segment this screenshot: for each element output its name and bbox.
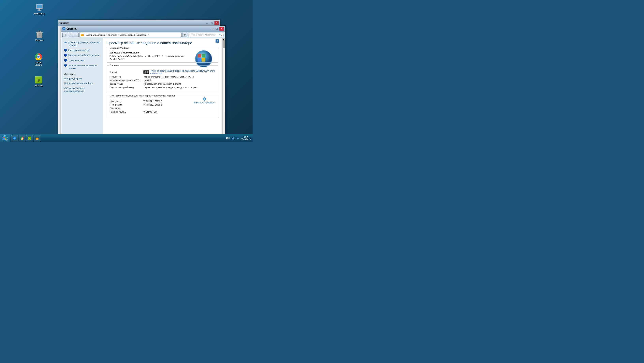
chrome-taskbar-icon [20, 137, 24, 140]
address-path-part1: Панель управления [85, 34, 105, 36]
address-path-part2: Система и безопасность [108, 34, 133, 36]
taskbar-explorer[interactable] [34, 135, 40, 142]
explorer-icon [36, 137, 39, 140]
taskbar-items: e µ [10, 134, 224, 142]
sound-icon[interactable] [236, 137, 239, 140]
scrollbar[interactable]: ▲ ▼ [222, 38, 225, 142]
help-button[interactable]: ? [216, 39, 220, 43]
edition-content: Windows 7 Максимальная © Корпорация Майк… [110, 51, 215, 60]
sidebar-performance-label: Счётчики и средства производительности [64, 87, 100, 92]
sidebar-windows-update[interactable]: Центр обновления Windows [61, 81, 102, 86]
rating-value: 1.0 Нужно обновить индекс производительн… [144, 70, 215, 74]
workgroup-label: Рабочая группа: [110, 111, 144, 113]
pen-label: Перо и сенсорный ввод: [110, 86, 144, 88]
language-indicator[interactable]: RU [226, 137, 230, 140]
sidebar-support-center[interactable]: Центр поддержки [61, 76, 102, 81]
window-titlebar[interactable]: Система — □ ✕ [61, 26, 225, 32]
sidebar-home-link[interactable]: Панель управления - домашняя страница [61, 40, 102, 48]
svg-rect-26 [5, 137, 6, 138]
workgroup-row: Рабочая группа: WORKGROUP [110, 111, 215, 113]
system-section-label: Система [109, 64, 120, 66]
rating-label: Оценка: [110, 71, 144, 73]
computer-name-section: Имя компьютера, имя домена и параметры р… [107, 96, 218, 118]
change-params-area: ⚙ Изменить параметры [194, 97, 215, 104]
change-params-button[interactable]: Изменить параметры [194, 102, 215, 104]
sidebar-update-label: Центр обновления Windows [64, 82, 92, 85]
ram-value: 2,00 ГБ [144, 79, 215, 82]
ram-row: Установленная память (ОЗУ): 2,00 ГБ [110, 79, 215, 82]
sidebar-system-protection[interactable]: Защита системы [61, 58, 102, 63]
search-field[interactable]: Поиск в панели управления 🔍 [188, 33, 224, 37]
utorrent-taskbar-icon: µ [28, 137, 31, 140]
svg-rect-13 [63, 30, 65, 30]
network-icon[interactable] [231, 137, 234, 140]
maximize-button[interactable]: □ [215, 27, 219, 31]
page-title: Просмотр основных сведений о вашем компь… [107, 41, 218, 45]
workgroup-value: WORKGROUP [144, 111, 215, 113]
start-orb[interactable] [2, 135, 8, 141]
system-type-row: Тип системы: 32-разрядная операционная с… [110, 83, 215, 85]
svg-rect-15 [81, 34, 82, 35]
svg-rect-1 [37, 4, 42, 8]
sidebar-device-manager[interactable]: Диспетчер устройств [61, 48, 102, 53]
scroll-up-button[interactable]: ▲ [222, 38, 225, 40]
taskbar-date: 25.03.2013 [241, 138, 250, 140]
rating-link[interactable]: Нужно обновить индекс производительности… [150, 70, 215, 74]
taskbar-tray: RU 3:57 25.03.2013 [224, 136, 252, 140]
svg-rect-11 [63, 28, 65, 29]
window-back-titlebar[interactable]: Система — □ ✕ [58, 20, 220, 26]
desktop-icon-trash[interactable]: Корзина [32, 30, 46, 42]
sidebar-remote-access[interactable]: Настройка удалённого доступа [61, 53, 102, 58]
scroll-thumb[interactable] [223, 40, 225, 48]
refresh-button[interactable]: ↻ [182, 33, 187, 37]
forward-button[interactable]: ► [68, 33, 73, 37]
sidebar-performance[interactable]: Счётчики и средства производительности [61, 86, 102, 94]
processor-value: Intel(R) Pentium(R) M processor 1.73GHz … [144, 76, 215, 78]
taskbar-ie[interactable]: e [11, 135, 18, 142]
scroll-track[interactable] [222, 40, 225, 142]
chrome-icon [34, 53, 42, 61]
address-field[interactable]: Панель управления ▶ Система и безопаснос… [80, 33, 182, 37]
shield-icon-3 [64, 59, 67, 62]
svg-rect-12 [63, 30, 64, 30]
svg-rect-3 [38, 10, 42, 11]
description-row: Описание: [110, 107, 215, 110]
back-maximize-button[interactable]: □ [210, 21, 214, 25]
desktop-icon-utorrent[interactable]: µ µTorrent [32, 76, 46, 87]
desktop: Компьютер Корзина GoogleChrome µ [0, 0, 252, 142]
sidebar-advanced-params[interactable]: Дополнительные параметры системы [61, 63, 102, 71]
taskbar-clock[interactable]: 3:57 25.03.2013 [241, 136, 250, 140]
close-button[interactable]: ✕ [220, 27, 224, 31]
minimize-button[interactable]: — [210, 27, 214, 31]
sidebar-device-manager-label: Диспетчер устройств [68, 49, 90, 52]
computer-name-section-label: Имя компьютера, имя домена и параметры р… [109, 94, 176, 97]
fullname-row: Полное имя: WIN-H1IU1CM6SI5 [110, 104, 215, 106]
shield-icon-4 [64, 64, 67, 67]
window-back-buttons[interactable]: — □ ✕ [205, 21, 219, 25]
windows-edition-section: Издание Windows Windows 7 Максимальная ©… [107, 48, 218, 62]
svg-rect-2 [38, 9, 40, 10]
taskbar-utorrent[interactable]: µ [26, 135, 33, 142]
processor-label: Процессор: [110, 76, 144, 78]
back-minimize-button[interactable]: — [205, 21, 209, 25]
start-button[interactable] [0, 134, 10, 142]
pen-value: Перо и сенсорный ввод недоступны для это… [144, 86, 215, 88]
svg-text:⚙: ⚙ [204, 98, 206, 100]
sidebar-remote-access-label: Настройка удалённого доступа [68, 54, 100, 56]
svg-rect-35 [233, 137, 234, 140]
copyright-text: © Корпорация Майкрософт (Microsoft Corp.… [110, 55, 189, 57]
svg-rect-28 [5, 138, 6, 140]
taskbar-chrome[interactable] [19, 135, 26, 142]
system-properties-window: Система — □ ✕ ◄ ► ↑ Панель управления ▶ … [61, 26, 225, 142]
back-button[interactable]: ◄ [62, 33, 67, 37]
main-content: ? Просмотр основных сведений о вашем ком… [103, 38, 222, 142]
sidebar-advanced-params-label: Дополнительные параметры системы [68, 64, 100, 70]
system-section: Система Оценка: 1.0 Нужно обновить индек… [107, 66, 218, 93]
back-close-button[interactable]: ✕ [214, 21, 219, 25]
desktop-icon-computer[interactable]: Компьютер [32, 4, 46, 15]
svg-rect-33 [232, 138, 232, 140]
desktop-icon-chrome[interactable]: GoogleChrome [32, 53, 46, 66]
up-button[interactable]: ↑ [74, 33, 78, 37]
window-control-buttons[interactable]: — □ ✕ [210, 27, 224, 31]
utorrent-icon: µ [34, 76, 42, 84]
